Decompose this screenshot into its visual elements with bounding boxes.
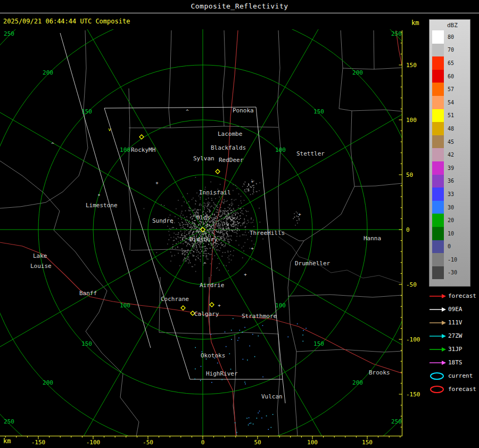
radar-echo-pixel (169, 239, 170, 240)
radar-echo-pixel (191, 252, 192, 254)
radar-echo-pixel (198, 225, 199, 226)
radar-echo-pixel (235, 224, 236, 225)
radar-echo-pixel (186, 241, 187, 242)
radar-echo-pixel (212, 231, 213, 232)
radar-echo-pixel (245, 230, 246, 231)
radar-echo-pixel (195, 203, 196, 205)
radar-echo-pixel (242, 224, 243, 225)
radar-echo-pixel (294, 213, 295, 214)
ellipse-shape (431, 373, 443, 379)
city-label-drumheller: Drumheller (295, 260, 331, 267)
radar-echo-pixel (186, 234, 187, 235)
boundary-line (0, 161, 139, 436)
radar-echo-pixel (188, 259, 189, 260)
water-pixel (249, 418, 250, 419)
radar-echo-pixel (198, 209, 199, 210)
radar-echo-pixel (239, 230, 240, 231)
radar-echo-pixel (227, 210, 228, 211)
water-pixel (262, 325, 263, 326)
radar-echo-pixel (238, 213, 239, 214)
radar-echo-pixel (224, 246, 225, 247)
radar-echo-pixel (295, 225, 296, 226)
city-label-strathmore: Strathmore (242, 313, 277, 320)
colorbar-cell-48: 48 (432, 122, 470, 135)
colorbar-value: 36 (448, 178, 454, 184)
radar-echo-pixel (214, 215, 215, 216)
city-label-highriver: HighRiver (206, 370, 238, 377)
radar-echo-pixel (179, 223, 180, 224)
colorbar-swatch (432, 175, 444, 188)
radar-echo-pixel (236, 224, 237, 225)
radar-echo-pixel (212, 251, 213, 252)
radar-echo-pixel (190, 262, 191, 263)
radar-echo-pixel (182, 239, 183, 240)
radar-echo-pixel (220, 237, 221, 238)
radar-echo-pixel (220, 224, 221, 225)
legend-label: 111V (448, 319, 463, 326)
radar-echo-pixel (195, 244, 196, 245)
radar-echo-pixel (207, 225, 208, 226)
radar-echo-pixel (200, 247, 201, 248)
radar-echo-pixel (196, 231, 197, 232)
radar-echo-pixel (224, 230, 225, 231)
radar-echo-pixel (180, 215, 181, 216)
radar-echo-pixel (197, 210, 199, 211)
radar-echo-pixel (231, 225, 232, 226)
radar-echo-pixel (228, 237, 229, 238)
radar-echo-pixel (219, 270, 220, 271)
station-mark: ^ (203, 262, 207, 267)
window-title: Composite_Reflectivity (191, 2, 288, 10)
radar-echo-pixel (229, 230, 230, 231)
radar-echo-pixel (221, 236, 222, 237)
radar-echo-pixel (188, 229, 189, 230)
radar-echo-pixel (237, 222, 238, 223)
radar-echo-pixel (212, 221, 213, 222)
radar-echo-pixel (207, 211, 208, 212)
radar-echo-pixel (238, 205, 240, 206)
radar-echo-pixel (224, 239, 225, 240)
radar-echo-pixel (246, 211, 247, 212)
ellipse-shape (431, 386, 443, 393)
colorbar-value: 70 (448, 47, 454, 53)
highway-line (208, 315, 402, 373)
radar-echo-pixel (226, 214, 227, 215)
timestamp: 2025/09/21 06:44:44 UTC Composite (3, 18, 130, 25)
radar-echo-pixel (236, 230, 237, 231)
radar-echo-pixel (232, 219, 233, 220)
radar-echo-pixel (229, 217, 230, 218)
radar-echo-pixel (212, 223, 213, 224)
radar-echo-pixel (184, 233, 185, 234)
radar-echo-pixel (201, 234, 202, 235)
radar-echo-pixel (213, 226, 214, 227)
radar-echo-pixel (259, 182, 260, 183)
radar-echo-pixel (228, 215, 229, 216)
radar-echo-pixel (188, 254, 189, 255)
colorbar-cell-10: 10 (432, 227, 470, 240)
radar-echo-pixel (170, 260, 171, 262)
legend-label: 09EA (448, 306, 463, 313)
radar-echo-pixel (228, 207, 229, 208)
radar-echo-pixel (247, 239, 248, 240)
water-pixel (226, 346, 227, 347)
station-mark: + (244, 272, 247, 277)
bottom-axis-label: 50 (254, 439, 261, 446)
radar-echo-pixel (200, 253, 201, 254)
colorbar-value: 57 (448, 86, 454, 92)
radar-echo-pixel (209, 234, 210, 235)
radar-echo-pixel (253, 244, 254, 245)
radar-echo-pixel (299, 218, 300, 219)
radar-echo-pixel (171, 237, 172, 238)
radar-echo-pixel (219, 236, 220, 237)
radar-echo-pixel (229, 235, 230, 237)
radar-echo-pixel (241, 225, 242, 226)
radar-echo-pixel (206, 257, 207, 258)
boundary-line (210, 332, 278, 334)
city-label-louise: Louise (30, 263, 52, 270)
radar-echo-pixel (220, 248, 221, 249)
radar-echo-pixel (235, 219, 236, 220)
colorbar-cell-54: 54 (432, 96, 470, 109)
radar-echo-pixel (203, 206, 204, 207)
radar-echo-pixel (211, 225, 212, 226)
radar-echo-pixel (196, 227, 197, 229)
radar-echo-pixel (204, 226, 205, 227)
